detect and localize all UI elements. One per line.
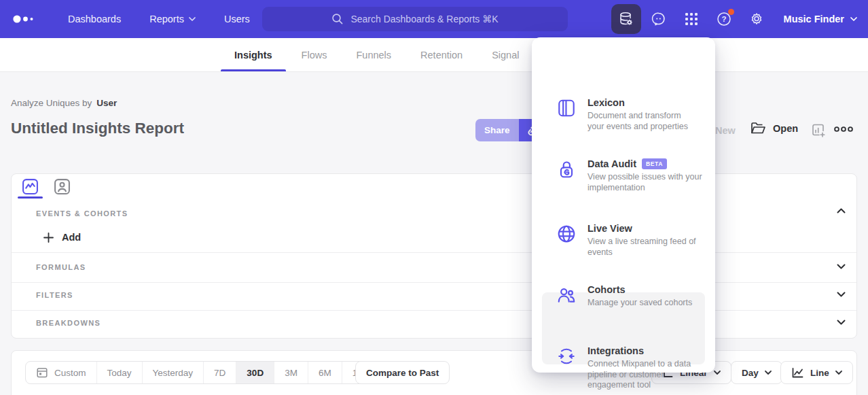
interval-dropdown[interactable]: Day (731, 361, 782, 384)
tab-label: Signal (492, 50, 519, 61)
chart-type-dropdown[interactable]: Line (780, 361, 853, 384)
lexicon-icon (556, 98, 577, 118)
menu-item-title: Data Audit (587, 158, 636, 169)
tab-label: Flows (302, 50, 327, 61)
menu-item-lexicon[interactable]: Lexicon Document and transform your even… (532, 97, 715, 132)
menu-item-data-audit[interactable]: Data Audit BETA View possible issues wit… (532, 158, 715, 193)
menu-item-live-view[interactable]: Live View View a live streaming feed of … (532, 223, 715, 258)
help-button[interactable]: ? (709, 4, 739, 34)
menu-item-description: Connect Mixpanel to a data pipeline or c… (587, 359, 700, 391)
menu-item-title: Cohorts (587, 284, 626, 295)
live-view-globe-icon (556, 224, 577, 244)
builder-view-tabs (21, 177, 71, 196)
section-events-cohorts: EVENTS & COHORTS (36, 209, 128, 218)
project-switcher[interactable]: Music Finder (784, 14, 857, 24)
breadcrumb-prefix: Analyze Uniques by (11, 98, 92, 108)
range-custom[interactable]: Custom (26, 362, 96, 383)
top-nav-right: ? Music Finder (611, 0, 868, 38)
range-3m[interactable]: 3M (274, 362, 308, 383)
search-input[interactable]: Search Dashboards & Reports ⌘K (262, 7, 568, 31)
range-6m[interactable]: 6M (308, 362, 342, 383)
expand-formulas-button[interactable] (837, 264, 846, 269)
nav-item-dashboards[interactable]: Dashboards (68, 14, 121, 24)
nav-item-reports[interactable]: Reports (149, 14, 196, 24)
apps-grid-icon (684, 12, 699, 27)
range-label: 7D (214, 368, 225, 378)
chevron-up-icon (837, 208, 846, 213)
integrations-sync-icon (556, 346, 577, 366)
cohorts-people-icon (556, 285, 577, 305)
page-title[interactable]: Untitled Insights Report (11, 120, 184, 137)
tab-retention[interactable]: Retention (420, 38, 463, 71)
data-management-button[interactable] (611, 4, 641, 34)
range-30d[interactable]: 30D (236, 362, 274, 383)
notification-dot (728, 9, 734, 15)
report-tabbar: Insights Flows Funnels Retention Signal … (0, 38, 868, 72)
compare-label: Compare to Past (366, 368, 439, 378)
query-builder-panel: EVENTS & COHORTS Add FORMULAS FILTERS BR… (11, 173, 857, 339)
search-icon (331, 13, 344, 25)
settings-button[interactable] (742, 4, 772, 34)
tab-insights[interactable]: Insights (234, 38, 272, 71)
apps-grid-button[interactable] (676, 4, 706, 34)
menu-item-title: Integrations (587, 345, 644, 356)
chat-bubble-icon (651, 11, 667, 27)
tab-label: Retention (420, 50, 463, 61)
tab-flows[interactable]: Flows (302, 38, 327, 71)
range-label: Custom (54, 368, 86, 378)
new-report-button[interactable]: New (715, 125, 736, 136)
collapse-events-button[interactable] (837, 208, 846, 213)
date-range-group: Custom Today Yesterday 7D 30D 3M 6M 12M (25, 361, 381, 384)
range-label: 6M (319, 368, 331, 378)
insights-report-page: Dashboards Reports Users Search Dashboar… (0, 0, 868, 395)
add-to-dashboard-button[interactable] (811, 123, 826, 138)
open-report-button[interactable]: Open (751, 122, 798, 135)
nav-links: Dashboards Reports Users (68, 14, 250, 24)
range-yesterday[interactable]: Yesterday (142, 362, 204, 383)
nav-item-label: Dashboards (68, 14, 121, 24)
breadcrumb-entity-selector[interactable]: User (96, 98, 117, 108)
menu-item-integrations[interactable]: Integrations Connect Mixpanel to a data … (532, 345, 715, 391)
compare-to-past-button[interactable]: Compare to Past (355, 361, 450, 384)
range-7d[interactable]: 7D (203, 362, 236, 383)
line-chart-icon (791, 367, 804, 379)
chevron-down-icon (837, 264, 846, 269)
interval-label: Day (742, 368, 759, 378)
person-square-icon (54, 178, 71, 195)
menu-item-description: Manage your saved cohorts (587, 298, 708, 309)
calendar-icon (36, 366, 48, 379)
chart-type-label: Line (810, 368, 829, 378)
tab-label: Insights (234, 50, 272, 61)
tab-label: Funnels (356, 50, 391, 61)
project-name: Music Finder (784, 14, 844, 24)
tab-events-view[interactable] (21, 177, 39, 196)
new-label: New (715, 125, 736, 136)
top-nav: Dashboards Reports Users Search Dashboar… (0, 0, 868, 38)
add-label: Add (62, 232, 81, 243)
nav-item-users[interactable]: Users (224, 14, 250, 24)
nav-item-label: Users (224, 14, 250, 24)
expand-breakdowns-button[interactable] (837, 320, 846, 325)
add-to-dashboard-icon (811, 123, 826, 138)
nav-item-label: Reports (149, 14, 184, 24)
tab-signal[interactable]: Signal (492, 38, 519, 71)
add-event-button[interactable]: Add (43, 232, 81, 243)
range-label: Today (107, 368, 132, 378)
more-options-button[interactable] (833, 126, 854, 133)
tab-funnels[interactable]: Funnels (356, 38, 391, 71)
mixpanel-logo-icon[interactable] (12, 14, 38, 24)
divider (12, 310, 856, 311)
feedback-button[interactable] (644, 4, 674, 34)
share-button[interactable]: Share (475, 119, 519, 141)
section-formulas: FORMULAS (36, 263, 86, 271)
search-placeholder: Search Dashboards & Reports ⌘K (350, 14, 498, 24)
menu-item-cohorts[interactable]: Cohorts Manage your saved cohorts (532, 284, 715, 309)
chart-controls-panel: Custom Today Yesterday 7D 30D 3M 6M 12M … (11, 350, 857, 395)
tab-profiles-view[interactable] (53, 177, 71, 196)
expand-filters-button[interactable] (837, 292, 846, 297)
range-label: Yesterday (153, 368, 194, 378)
divider (12, 252, 856, 253)
beta-badge: BETA (642, 158, 667, 169)
more-options-icon (833, 126, 854, 133)
range-today[interactable]: Today (96, 362, 142, 383)
